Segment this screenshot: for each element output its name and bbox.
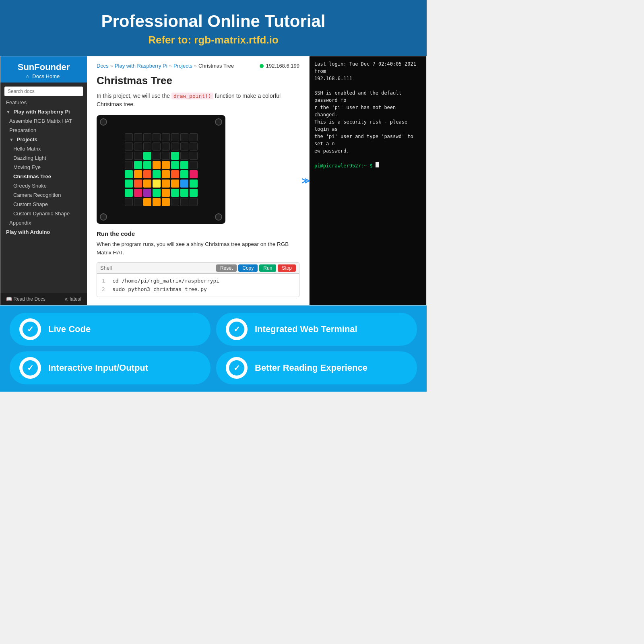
sidebar-item-moving-eye[interactable]: Moving Eye <box>0 163 87 172</box>
led-6-2 <box>143 189 151 197</box>
sidebar-footer: 📖 Read the Docs v: latest <box>0 293 87 305</box>
led-5-4 <box>162 180 170 188</box>
led-0-7 <box>190 133 198 141</box>
home-icon: ⌂ <box>26 73 29 79</box>
led-4-5 <box>171 170 179 178</box>
led-5-2 <box>143 180 151 188</box>
led-3-2 <box>143 161 151 169</box>
screw-tl <box>100 118 107 126</box>
check-icon-4: ✓ <box>229 360 244 376</box>
sidebar-item-custom-dynamic-shape[interactable]: Custom Dynamic Shape <box>0 209 87 218</box>
led-0-3 <box>153 133 161 141</box>
terminal-arrow: ≫ <box>301 176 310 186</box>
feature-badge-reading: ✓ Better Reading Experience <box>216 351 417 384</box>
led-0-6 <box>180 133 188 141</box>
led-0-5 <box>171 133 179 141</box>
led-grid <box>125 133 198 206</box>
sidebar-item-play-arduino[interactable]: Play with Arduino <box>0 227 87 237</box>
sidebar-item-preparation[interactable]: Preparation <box>0 126 87 135</box>
feature-badge-live-code: ✓ Live Code <box>10 313 211 346</box>
expand-icon-projects: ▼ <box>9 137 14 142</box>
sidebar-version: v: latest <box>65 296 81 302</box>
led-0-4 <box>162 133 170 141</box>
led-5-7 <box>190 180 198 188</box>
led-6-6 <box>180 189 188 197</box>
led-2-5 <box>171 152 179 160</box>
copy-button[interactable]: Copy <box>238 264 258 272</box>
reset-button[interactable]: Reset <box>216 264 237 272</box>
led-3-7 <box>190 161 198 169</box>
shell-line-2: 2 sudo python3 christmas_tree.py <box>102 285 294 294</box>
led-3-4 <box>162 161 170 169</box>
code-inline: draw_point() <box>171 93 213 99</box>
doc-title: Christmas Tree <box>97 74 299 87</box>
run-code-desc: When the program runs, you will see a sh… <box>97 240 299 257</box>
led-4-2 <box>143 170 151 178</box>
stop-button[interactable]: Stop <box>278 264 296 272</box>
sidebar-item-christmas-tree[interactable]: Christmas Tree <box>0 172 87 181</box>
shell-label: Shell <box>100 265 215 271</box>
led-7-7 <box>190 198 198 206</box>
terminal-text: Last login: Tue Dec 7 02:40:05 2021 from… <box>314 60 421 169</box>
check-icon-3: ✓ <box>23 360 38 376</box>
led-6-7 <box>190 189 198 197</box>
feature-label-terminal: Integrated Web Terminal <box>255 324 357 334</box>
screw-bl <box>100 213 107 221</box>
led-4-6 <box>180 170 188 178</box>
led-1-2 <box>143 142 151 151</box>
screw-br <box>215 213 222 221</box>
page-header: Professional Online Tutorial Refer to: r… <box>0 0 427 56</box>
terminal-prompt: pi@picrawler9527:~ $ <box>314 163 376 169</box>
led-2-7 <box>190 152 198 160</box>
terminal-wrapper: Last login: Tue Dec 7 02:40:05 2021 from… <box>310 56 426 305</box>
led-3-6 <box>180 161 188 169</box>
breadcrumb-sep3: » <box>194 63 197 69</box>
breadcrumb-docs[interactable]: Docs <box>97 63 109 69</box>
check-icon-2: ✓ <box>229 322 244 337</box>
led-3-0 <box>125 161 133 169</box>
led-7-5 <box>171 198 179 206</box>
led-4-7 <box>190 170 198 178</box>
screw-tr <box>215 118 222 126</box>
feature-badge-input-output: ✓ Interactive Input/Output <box>10 351 211 384</box>
led-2-3 <box>153 152 161 160</box>
sidebar-item-hello-matrix[interactable]: Hello Matrix <box>0 144 87 153</box>
run-code-title: Run the code <box>97 230 299 237</box>
led-1-6 <box>180 142 188 151</box>
sidebar-item-dazzling-light[interactable]: Dazzling Light <box>0 153 87 163</box>
shell-line-1: 1 cd /home/pi/rgb_matrix/raspberrypi <box>102 277 294 285</box>
breadcrumb-sep1: » <box>110 63 113 69</box>
led-5-0 <box>125 180 133 188</box>
sidebar-logo-sub: ⌂ Docs Home <box>7 73 80 79</box>
feature-check-4: ✓ <box>226 357 248 379</box>
sidebar-logo[interactable]: SunFounder ⌂ Docs Home <box>0 56 87 83</box>
search-input[interactable] <box>4 87 83 96</box>
sidebar-item-play-raspberry[interactable]: ▼ Play with Raspberry Pi <box>0 107 87 116</box>
led-2-2 <box>143 152 151 160</box>
ip-dot <box>260 64 264 68</box>
ip-address: 192.168.6.199 <box>266 63 299 69</box>
sidebar-item-custom-shape[interactable]: Custom Shape <box>0 200 87 209</box>
sidebar-item-projects[interactable]: ▼ Projects <box>0 135 87 144</box>
led-2-4 <box>162 152 170 160</box>
sidebar-item-assemble[interactable]: Assemble RGB Matrix HAT <box>0 116 87 126</box>
led-1-7 <box>190 142 198 151</box>
feature-label-live-code: Live Code <box>48 324 91 334</box>
led-2-0 <box>125 152 133 160</box>
led-0-1 <box>134 133 142 141</box>
feature-check-2: ✓ <box>226 318 248 340</box>
breadcrumb-play-rpi[interactable]: Play with Raspberry Pi <box>115 63 167 69</box>
led-2-6 <box>180 152 188 160</box>
led-1-5 <box>171 142 179 151</box>
sidebar-item-appendix[interactable]: Appendix <box>0 218 87 227</box>
sidebar-item-greedy-snake[interactable]: Greedy Snake <box>0 181 87 190</box>
led-1-0 <box>125 142 133 151</box>
run-button[interactable]: Run <box>259 264 276 272</box>
sidebar-item-camera-recognition[interactable]: Camera Recognition <box>0 190 87 200</box>
led-6-4 <box>162 189 170 197</box>
led-4-1 <box>134 170 142 178</box>
breadcrumb-projects[interactable]: Projects <box>173 63 192 69</box>
breadcrumb: Docs » Play with Raspberry Pi » Projects… <box>97 63 299 69</box>
led-5-6 <box>180 180 188 188</box>
led-1-3 <box>153 142 161 151</box>
